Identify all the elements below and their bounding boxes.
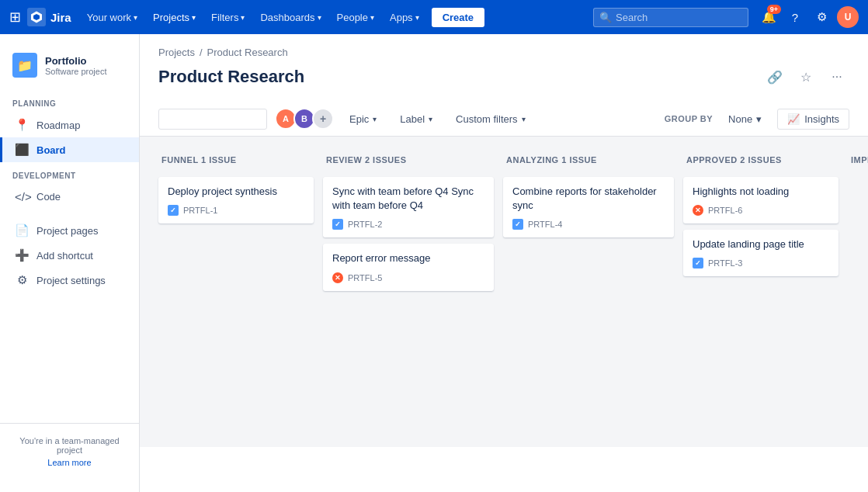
settings-button[interactable]: ⚙ <box>811 6 832 28</box>
notifications-button[interactable]: 🔔 9+ <box>758 6 779 28</box>
board-icon: ⬛ <box>15 143 29 157</box>
sidebar-item-board[interactable]: ⬛ Board <box>0 137 139 162</box>
story-icon: ✓ <box>168 205 179 216</box>
project-info: Portfolio Software project <box>45 55 106 76</box>
epic-label: Epic <box>349 113 369 125</box>
card-title: Combine reports for stakeholder sync <box>512 185 665 213</box>
card-title: Sync with team before Q4 Sync with team … <box>332 185 484 213</box>
custom-filters-button[interactable]: Custom filters ▾ <box>448 109 533 129</box>
avatar-group: A B + <box>275 108 334 130</box>
column-header-analyzing: ANALYZING 1 ISSUE <box>503 149 674 171</box>
breadcrumb-current: Product Research <box>207 47 288 58</box>
more-options-button[interactable]: ··· <box>825 64 849 89</box>
logo-text: Jira <box>50 11 71 24</box>
jira-logo[interactable]: Jira <box>27 8 71 26</box>
group-by-select[interactable]: None ▾ <box>720 109 769 129</box>
chevron-down-icon: ▾ <box>318 13 321 22</box>
card[interactable]: Highlights not loading✕PRTFL-6 <box>683 177 838 223</box>
card-title: Update landing page title <box>693 237 829 251</box>
chevron-down-icon: ▾ <box>415 13 419 22</box>
card-title: Deploy project synthesis <box>168 185 304 199</box>
project-type: Software project <box>45 67 106 76</box>
chevron-down-icon: ▾ <box>429 115 432 123</box>
settings-label: Project settings <box>36 275 106 286</box>
star-button[interactable]: ☆ <box>793 64 818 89</box>
card-footer: ✓PRTFL-1 <box>168 205 304 216</box>
nav-projects[interactable]: Projects ▾ <box>147 9 202 26</box>
chevron-down-icon: ▾ <box>373 115 377 123</box>
card[interactable]: Deploy project synthesis✓PRTFL-1 <box>158 177 314 223</box>
code-icon: </> <box>15 190 29 203</box>
nav-apps[interactable]: Apps ▾ <box>384 9 425 26</box>
toolbar-search-wrapper: 🔍 <box>158 109 267 130</box>
planning-section-label: PLANNING <box>0 90 139 113</box>
column-header-funnel: FUNNEL 1 ISSUE <box>158 149 314 171</box>
column-title-review: REVIEW 2 ISSUES <box>326 155 491 165</box>
chevron-down-icon: ▾ <box>192 13 196 22</box>
top-navigation: ⊞ Jira Your work ▾ Projects ▾ Filters ▾ … <box>0 0 868 34</box>
issue-key: PRTFL-6 <box>708 206 742 215</box>
sidebar-item-project-pages[interactable]: 📄 Project pages <box>0 218 139 243</box>
chart-icon: 📈 <box>787 113 800 125</box>
chevron-down-icon: ▾ <box>370 13 374 22</box>
group-by-label: GROUP BY <box>665 114 713 123</box>
board-column-implementing: IMPLEMENTING <box>848 149 868 435</box>
card-title: Report error message <box>332 251 484 265</box>
column-title-analyzing: ANALYZING 1 ISSUE <box>506 155 671 165</box>
create-button[interactable]: Create <box>432 8 484 27</box>
card[interactable]: Sync with team before Q4 Sync with team … <box>323 177 494 237</box>
nav-people[interactable]: People ▾ <box>331 9 380 26</box>
board-column-analyzing: ANALYZING 1 ISSUECombine reports for sta… <box>503 149 674 435</box>
card[interactable]: Update landing page title✓PRTFL-3 <box>683 230 838 276</box>
roadmap-label: Roadmap <box>36 120 80 131</box>
grid-icon[interactable]: ⊞ <box>9 9 21 26</box>
card-footer: ✕PRTFL-5 <box>332 272 484 283</box>
sidebar-item-roadmap[interactable]: 📍 Roadmap <box>0 113 139 137</box>
group-by-value: None <box>728 113 752 125</box>
column-header-review: REVIEW 2 ISSUES <box>323 149 494 171</box>
main-content: Projects / Product Research Product Rese… <box>140 34 868 492</box>
chevron-down-icon: ▾ <box>241 13 245 22</box>
nav-dashboards[interactable]: Dashboards ▾ <box>254 9 327 26</box>
link-button[interactable]: 🔗 <box>762 64 787 89</box>
issue-key: PRTFL-3 <box>708 258 742 268</box>
nav-filters[interactable]: Filters ▾ <box>205 9 251 26</box>
sidebar-item-code[interactable]: </> Code <box>0 185 139 209</box>
label-label: Label <box>400 113 425 125</box>
epic-filter-button[interactable]: Epic ▾ <box>342 109 384 129</box>
label-filter-button[interactable]: Label ▾ <box>392 109 440 129</box>
board-column-review: REVIEW 2 ISSUESSync with team before Q4 … <box>323 149 494 435</box>
story-icon: ✓ <box>512 219 523 230</box>
sidebar-footer: You're in a team-managed project Learn m… <box>0 423 139 480</box>
column-title-approved: APPROVED 2 ISSUES <box>686 155 835 165</box>
nav-your-work[interactable]: Your work ▾ <box>81 9 144 26</box>
add-avatar-button[interactable]: + <box>312 108 334 130</box>
column-cards-approved: Highlights not loading✕PRTFL-6Update lan… <box>683 177 838 276</box>
sidebar-item-project-settings[interactable]: ⚙ Project settings <box>0 268 139 293</box>
learn-more-link[interactable]: Learn more <box>12 458 127 467</box>
toolbar-search-input[interactable] <box>158 109 267 130</box>
development-section-label: DEVELOPMENT <box>0 162 139 185</box>
sidebar-item-add-shortcut[interactable]: ➕ Add shortcut <box>0 243 139 268</box>
user-avatar[interactable]: U <box>837 6 859 28</box>
column-cards-funnel: Deploy project synthesis✓PRTFL-1 <box>158 177 314 223</box>
insights-button[interactable]: 📈 Insights <box>777 109 849 130</box>
search-input[interactable] <box>593 8 748 27</box>
custom-filters-label: Custom filters <box>456 113 517 125</box>
pages-icon: 📄 <box>15 223 29 237</box>
card[interactable]: Report error message✕PRTFL-5 <box>323 244 494 290</box>
chevron-down-icon: ▾ <box>134 13 137 22</box>
roadmap-icon: 📍 <box>15 118 29 132</box>
insights-label: Insights <box>804 113 839 125</box>
issue-key: PRTFL-1 <box>183 206 217 215</box>
breadcrumb-separator: / <box>200 47 203 58</box>
card[interactable]: Combine reports for stakeholder sync✓PRT… <box>503 177 674 237</box>
issue-key: PRTFL-2 <box>348 220 382 229</box>
help-button[interactable]: ? <box>784 6 806 28</box>
project-name: Portfolio <box>45 55 106 67</box>
breadcrumb-projects[interactable]: Projects <box>158 47 195 58</box>
card-footer: ✕PRTFL-6 <box>693 205 829 216</box>
sidebar-project: 📁 Portfolio Software project <box>0 47 139 90</box>
story-icon: ✓ <box>693 258 703 269</box>
column-cards-review: Sync with team before Q4 Sync with team … <box>323 177 494 291</box>
